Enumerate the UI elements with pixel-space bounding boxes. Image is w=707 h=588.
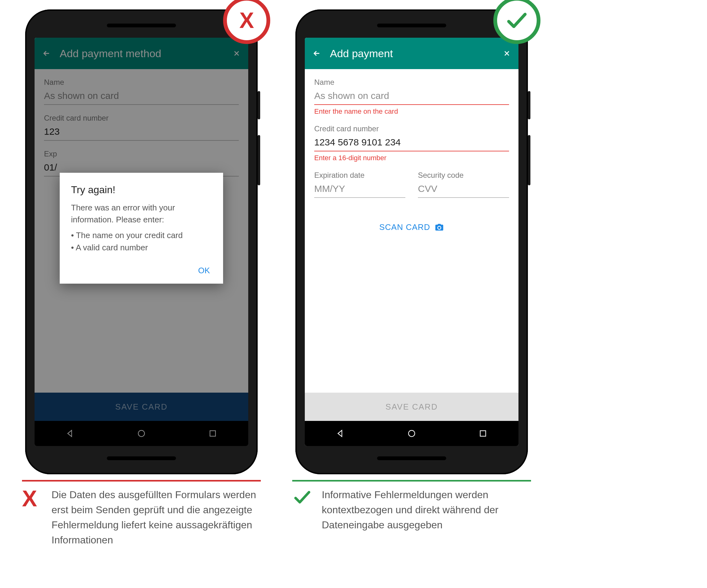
name-field: Name As shown on card bbox=[44, 78, 239, 105]
phone-speaker-bottom bbox=[107, 456, 176, 460]
name-input[interactable]: As shown on card bbox=[44, 89, 239, 105]
exp-input[interactable]: MM/YY bbox=[314, 181, 405, 198]
screen: Add payment method Name As shown on card… bbox=[35, 38, 248, 446]
appbar: Add payment method bbox=[35, 38, 248, 69]
caption-text: Die Daten des ausgefüllten Formulars wer… bbox=[52, 487, 261, 548]
badge-bad: X bbox=[223, 0, 270, 44]
example-bad: X Add payment method Name As shown on ca… bbox=[19, 9, 264, 548]
card-input[interactable]: 123 bbox=[44, 125, 239, 141]
close-icon[interactable] bbox=[503, 49, 511, 58]
phone-frame: X Add payment method Name As shown on ca… bbox=[25, 9, 258, 474]
page-title: Add payment bbox=[330, 47, 494, 60]
card-label: Credit card number bbox=[44, 114, 239, 123]
cvv-field: Security code CVV bbox=[418, 171, 509, 198]
check-icon bbox=[505, 8, 529, 33]
error-dialog: Try again! There was an error with your … bbox=[60, 173, 223, 284]
phone-side-button bbox=[528, 91, 530, 119]
caption-text: Informative Fehlermeldungen werden konte… bbox=[322, 487, 531, 532]
dialog-ok-button[interactable]: OK bbox=[71, 263, 212, 277]
phone-speaker bbox=[377, 24, 446, 27]
exp-label: Expiration date bbox=[314, 171, 405, 180]
camera-icon bbox=[435, 223, 444, 232]
card-label: Credit card number bbox=[314, 125, 509, 133]
nav-back-icon[interactable] bbox=[336, 429, 345, 438]
phone-speaker bbox=[107, 24, 176, 27]
nav-home-icon[interactable] bbox=[137, 429, 146, 438]
nav-home-icon[interactable] bbox=[407, 429, 416, 438]
name-label: Name bbox=[314, 78, 509, 87]
card-field: Credit card number 123 bbox=[44, 114, 239, 141]
x-icon: X bbox=[239, 8, 254, 33]
example-good: Add payment Name As shown on card Enter … bbox=[289, 9, 534, 548]
caption: X Die Daten des ausgefüllten Formulars w… bbox=[22, 487, 261, 548]
dialog-title: Try again! bbox=[71, 184, 212, 196]
cvv-input[interactable]: CVV bbox=[418, 181, 509, 198]
phone-frame: Add payment Name As shown on card Enter … bbox=[295, 9, 528, 474]
caption-rule bbox=[292, 480, 531, 482]
nav-recent-icon[interactable] bbox=[478, 429, 488, 438]
save-button[interactable]: SAVE CARD bbox=[35, 393, 248, 421]
card-field: Credit card number 1234 5678 9101 234 En… bbox=[314, 125, 509, 162]
nav-back-icon[interactable] bbox=[65, 429, 75, 438]
back-icon[interactable] bbox=[42, 49, 51, 58]
exp-label: Exp bbox=[44, 149, 239, 158]
dialog-item: A valid card number bbox=[71, 242, 212, 254]
page-title: Add payment method bbox=[60, 47, 224, 60]
dialog-body: There was an error with your information… bbox=[71, 202, 212, 226]
android-navbar bbox=[35, 421, 248, 446]
phone-speaker-bottom bbox=[377, 456, 446, 460]
cvv-label: Security code bbox=[418, 171, 509, 180]
check-icon bbox=[292, 487, 314, 532]
phone-side-button bbox=[258, 91, 260, 119]
phone-side-button bbox=[258, 135, 260, 185]
appbar: Add payment bbox=[305, 38, 518, 69]
close-icon[interactable] bbox=[233, 49, 241, 58]
name-label: Name bbox=[44, 78, 239, 87]
save-label: SAVE CARD bbox=[115, 402, 167, 412]
name-field: Name As shown on card Enter the name on … bbox=[314, 78, 509, 115]
card-error: Enter a 16-digit number bbox=[314, 154, 509, 162]
svg-rect-3 bbox=[480, 430, 486, 436]
android-navbar bbox=[305, 421, 518, 446]
badge-good bbox=[493, 0, 540, 44]
scan-label: SCAN CARD bbox=[379, 222, 430, 232]
form: Name As shown on card Enter the name on … bbox=[305, 69, 518, 393]
phone-side-button bbox=[528, 135, 530, 185]
name-input[interactable]: As shown on card bbox=[314, 89, 509, 105]
dialog-item: The name on your credit card bbox=[71, 229, 212, 242]
save-label: SAVE CARD bbox=[385, 402, 438, 412]
svg-point-2 bbox=[408, 430, 415, 437]
scan-card-button[interactable]: SCAN CARD bbox=[314, 222, 509, 232]
caption-rule bbox=[22, 480, 261, 482]
x-icon: X bbox=[22, 487, 44, 548]
svg-rect-1 bbox=[210, 430, 215, 436]
caption: Informative Fehlermeldungen werden konte… bbox=[292, 487, 531, 532]
save-button[interactable]: SAVE CARD bbox=[305, 393, 518, 421]
exp-field: Expiration date MM/YY bbox=[314, 171, 405, 198]
nav-recent-icon[interactable] bbox=[208, 429, 217, 438]
back-icon[interactable] bbox=[312, 49, 321, 58]
svg-point-0 bbox=[138, 430, 144, 437]
card-input[interactable]: 1234 5678 9101 234 bbox=[314, 135, 509, 151]
name-error: Enter the name on the card bbox=[314, 107, 509, 115]
screen: Add payment Name As shown on card Enter … bbox=[305, 38, 518, 446]
